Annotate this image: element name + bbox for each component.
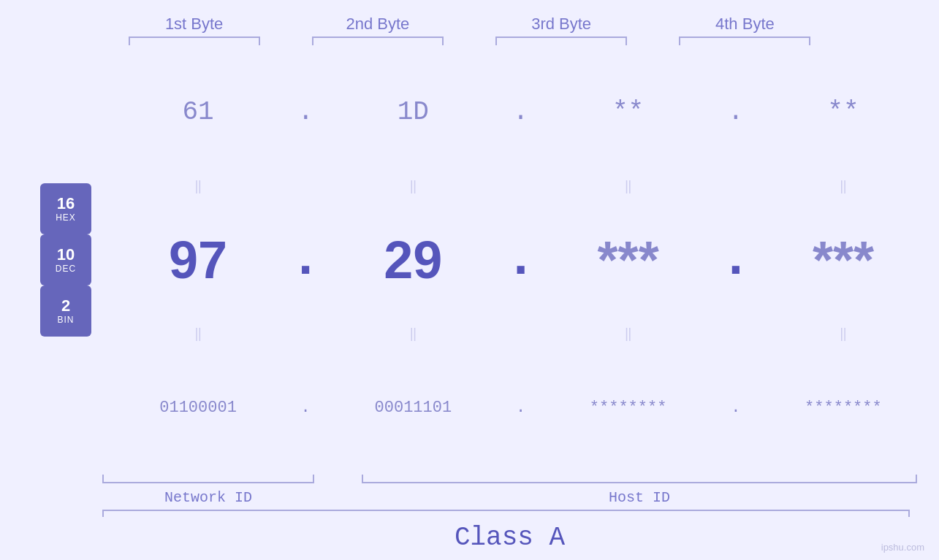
bin-dot-1: . (287, 399, 324, 417)
hex-val-2: 1D (340, 97, 486, 127)
badge-hex: 16 HEX (40, 183, 91, 234)
bin-val-3: ******** (555, 399, 702, 417)
bin-row: 01100001 . 00011101 . ******** . (117, 345, 924, 471)
network-id-bracket (102, 475, 314, 483)
watermark: ipshu.com (881, 542, 924, 553)
badge-dec-label: DEC (56, 264, 76, 274)
top-brackets (0, 37, 939, 45)
hex-dot-2: . (502, 97, 539, 127)
bin-dot-3: . (718, 399, 754, 417)
dec-row: 97 . 29 . *** . *** (117, 197, 924, 323)
equals-divider-2: ‖ ‖ ‖ ‖ (117, 323, 924, 345)
badge-bin-num: 2 (61, 297, 70, 315)
bracket-3 (495, 37, 627, 45)
byte-header-3: 3rd Byte (488, 15, 634, 34)
hex-dot-3: . (718, 97, 754, 127)
id-labels-row: Network ID Host ID (102, 489, 917, 506)
hex-val-4: ** (770, 97, 916, 127)
badge-dec-num: 10 (57, 246, 75, 264)
hex-row: 61 . 1D . ** . ** (117, 49, 924, 175)
hex-val-3: ** (555, 97, 702, 127)
hex-dot-1: . (287, 97, 324, 127)
bin-val-1: 01100001 (125, 399, 271, 417)
hex-val-1: 61 (125, 97, 271, 127)
class-label: Class A (102, 523, 917, 560)
bin-val-4: ******** (770, 399, 916, 417)
badges-column: 16 HEX 10 DEC 2 BIN (22, 176, 110, 344)
dec-val-3: *** (555, 230, 702, 290)
dec-val-4: *** (770, 230, 916, 290)
dec-dot-2: . (502, 230, 539, 290)
class-section: Class A (0, 510, 939, 560)
bracket-4 (679, 37, 810, 45)
byte-header-1: 1st Byte (121, 15, 267, 34)
class-top-bracket (102, 510, 910, 517)
dec-dot-1: . (287, 230, 324, 290)
byte-headers-row: 1st Byte 2nd Byte 3rd Byte 4th Byte (0, 15, 939, 34)
dec-val-2: 29 (340, 230, 486, 290)
badge-bin: 2 BIN (40, 285, 91, 337)
bottom-bracket-row (102, 475, 917, 483)
byte-header-4: 4th Byte (672, 15, 818, 34)
bin-val-2: 00011101 (340, 399, 486, 417)
byte-header-2: 2nd Byte (305, 15, 451, 34)
dec-val-1: 97 (125, 230, 271, 290)
main-container: 1st Byte 2nd Byte 3rd Byte 4th Byte 16 H… (0, 0, 939, 560)
dec-dot-3: . (718, 230, 754, 290)
bracket-2 (312, 37, 444, 45)
bin-dot-2: . (502, 399, 539, 417)
network-id-label: Network ID (102, 489, 314, 506)
bracket-1 (129, 37, 260, 45)
host-id-label: Host ID (362, 489, 917, 506)
badge-bin-label: BIN (57, 315, 74, 325)
bottom-bracket-section: Network ID Host ID (0, 475, 939, 506)
host-id-bracket (362, 475, 917, 483)
badge-hex-num: 16 (57, 195, 75, 212)
badge-dec: 10 DEC (40, 234, 91, 285)
equals-divider-1: ‖ ‖ ‖ ‖ (117, 175, 924, 197)
badge-hex-label: HEX (56, 212, 76, 223)
